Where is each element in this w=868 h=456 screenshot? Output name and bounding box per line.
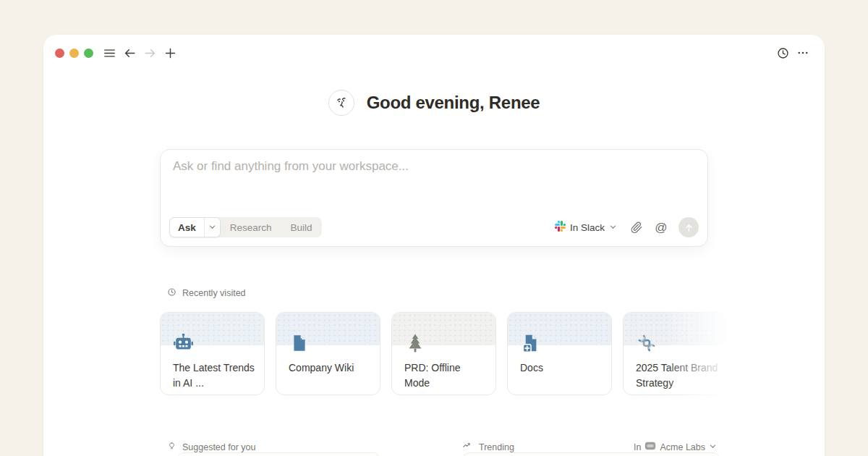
composer-actions: In Slack @	[550, 217, 699, 237]
mention-at-icon[interactable]: @	[651, 217, 671, 237]
app-window: Good evening, Renee Ask Research Build I…	[43, 35, 825, 456]
workspace-name: Acme Labs	[660, 442, 705, 452]
recently-visited-cards: The Latest Trends in AI ...Company WikiP…	[160, 312, 739, 395]
suggested-card-top-hint	[177, 452, 380, 456]
more-options-icon[interactable]	[793, 43, 813, 63]
trending-section-header: Trending	[461, 441, 514, 453]
history-clock-icon[interactable]	[773, 43, 793, 63]
card-title: 2025 Talent Brand Strategy	[636, 360, 720, 391]
workspace-prefix: In	[634, 442, 641, 452]
slack-icon	[555, 221, 566, 234]
mode-switcher: Ask Research Build	[169, 217, 322, 237]
recent-card[interactable]: Company Wiki	[276, 312, 380, 395]
trending-card-top-hint	[463, 452, 720, 456]
chevron-down-icon	[208, 221, 216, 234]
ai-face-icon	[328, 90, 354, 116]
recently-visited-header: Recently visited	[167, 287, 246, 299]
card-title: Company Wiki	[289, 360, 373, 376]
lightbulb-icon	[167, 441, 176, 454]
new-page-icon[interactable]	[160, 43, 180, 63]
context-selector[interactable]: In Slack	[550, 217, 622, 237]
submit-button[interactable]	[678, 217, 699, 237]
mode-build-button[interactable]: Build	[281, 217, 322, 237]
composer-toolbar: Ask Research Build In Slack @	[169, 217, 699, 237]
card-title: The Latest Trends in AI ...	[173, 360, 257, 391]
close-window-button[interactable]	[55, 48, 64, 58]
greeting: Good evening, Renee	[43, 90, 825, 116]
recently-visited-label: Recently visited	[182, 288, 246, 298]
context-label: In Slack	[570, 222, 605, 233]
tree-icon	[404, 332, 425, 353]
page-plus-icon	[520, 332, 541, 353]
attach-paperclip-icon[interactable]	[626, 217, 647, 237]
mode-ask-button[interactable]: Ask	[170, 218, 204, 237]
page-icon	[289, 332, 310, 353]
back-icon[interactable]	[119, 43, 140, 63]
trending-label: Trending	[479, 442, 514, 452]
menu-icon[interactable]	[99, 43, 119, 63]
workspace-selector[interactable]: In Acme Labs	[634, 441, 717, 453]
forward-icon[interactable]	[140, 43, 160, 63]
dna-icon	[636, 332, 657, 353]
top-bar	[55, 41, 813, 64]
workspace-logo	[644, 441, 656, 453]
traffic-lights	[55, 48, 93, 58]
trending-icon	[461, 441, 473, 453]
ask-input[interactable]	[173, 159, 695, 174]
chevron-down-icon	[609, 222, 617, 233]
robot-icon	[173, 332, 194, 353]
mode-ask-selected: Ask	[169, 217, 221, 237]
zoom-window-button[interactable]	[84, 48, 93, 58]
card-title: Docs	[520, 360, 604, 376]
recent-card[interactable]: 2025 Talent Brand Strategy	[623, 312, 728, 395]
card-title: PRD: Offline Mode	[404, 360, 488, 391]
greeting-title: Good evening, Renee	[367, 93, 540, 113]
recent-card[interactable]: The Latest Trends in AI ...	[160, 312, 265, 395]
mode-ask-caret[interactable]	[204, 218, 220, 237]
chevron-down-icon	[709, 442, 717, 452]
clock-small-icon	[167, 287, 176, 299]
recent-card[interactable]: PRD: Offline Mode	[391, 312, 496, 395]
suggested-label: Suggested for you	[182, 442, 255, 452]
mode-research-button[interactable]: Research	[221, 217, 281, 237]
ask-composer: Ask Research Build In Slack @	[160, 149, 708, 247]
minimize-window-button[interactable]	[69, 48, 79, 58]
at-glyph: @	[655, 221, 667, 234]
recent-card[interactable]: Docs	[507, 312, 612, 395]
